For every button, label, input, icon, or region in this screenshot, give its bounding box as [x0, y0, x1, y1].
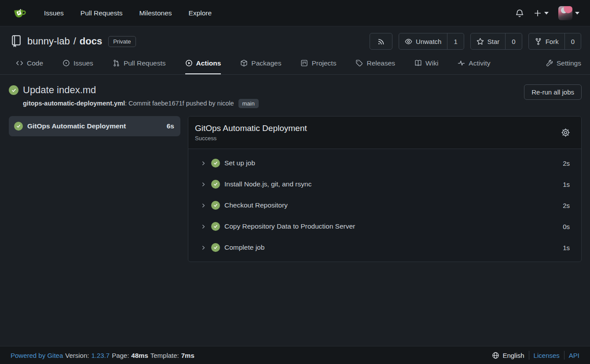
step-row-copy[interactable]: Copy Repository Data to Production Serve… [188, 216, 581, 237]
repo-breadcrumb: bunny-lab / docs [27, 36, 102, 47]
play-circle-icon [185, 59, 193, 67]
powered-by-gitea-link[interactable]: Powered by Gitea [11, 352, 63, 359]
tab-packages[interactable]: Packages [240, 54, 281, 74]
step-name: Checkout Repository [224, 201, 563, 209]
step-name: Install Node.js, git, and rsync [224, 180, 563, 188]
step-row-install[interactable]: Install Node.js, git, and rsync 1s [188, 174, 581, 195]
step-duration: 2s [563, 160, 570, 167]
tab-actions[interactable]: Actions [185, 54, 221, 74]
page-footer: Powered by Gitea Version: 1.23.7 Page: 4… [0, 346, 590, 364]
gitea-logo-icon[interactable] [12, 6, 26, 20]
job-settings-gear-icon[interactable] [561, 128, 570, 137]
fork-button[interactable]: Fork [529, 33, 564, 49]
job-list-item[interactable]: GitOps Automatic Deployment 6s [9, 116, 180, 136]
panel-job-status: Success [195, 135, 561, 142]
branch-badge[interactable]: main [238, 99, 259, 108]
fork-button-group: Fork 0 [528, 33, 581, 50]
step-success-check-icon [211, 222, 220, 231]
tab-code[interactable]: Code [16, 54, 43, 74]
code-icon [16, 59, 23, 67]
globe-icon [492, 352, 499, 359]
chevron-right-icon[interactable] [201, 224, 206, 229]
nav-milestones[interactable]: Milestones [139, 9, 172, 17]
chevron-right-icon[interactable] [201, 203, 206, 208]
repo-name-link[interactable]: docs [80, 36, 102, 47]
repo-path-separator: / [73, 36, 76, 47]
step-duration: 1s [563, 181, 570, 188]
language-label: English [502, 352, 524, 359]
user-avatar[interactable] [558, 6, 572, 20]
version-link[interactable]: 1.23.7 [91, 352, 110, 359]
rss-feed-button[interactable] [370, 33, 392, 50]
star-button[interactable]: Star [471, 33, 506, 49]
chevron-right-icon[interactable] [201, 245, 206, 251]
pulse-icon [458, 59, 465, 67]
tab-settings[interactable]: Settings [546, 54, 581, 74]
job-name: GitOps Automatic Deployment [27, 122, 162, 130]
tag-icon [355, 59, 363, 67]
job-list: GitOps Automatic Deployment 6s [9, 116, 180, 136]
step-duration: 0s [563, 223, 570, 230]
template-time-value: 7ms [181, 352, 194, 359]
tab-releases[interactable]: Releases [355, 54, 395, 74]
git-pull-request-icon [113, 59, 120, 67]
step-name: Set up job [224, 159, 563, 167]
licenses-link[interactable]: Licenses [534, 352, 560, 359]
step-duration: 1s [563, 244, 570, 251]
step-success-check-icon [211, 159, 220, 167]
create-new-plus-icon[interactable] [532, 7, 550, 19]
run-success-check-icon [9, 85, 18, 95]
step-success-check-icon [211, 201, 220, 210]
tools-icon [546, 59, 553, 67]
step-name: Complete job [224, 244, 563, 251]
top-navbar: Issues Pull Requests Milestones Explore [0, 0, 590, 26]
plus-caret-down-icon [544, 12, 549, 15]
repo-owner-link[interactable]: bunny-lab [27, 36, 70, 47]
footer-divider [564, 351, 564, 360]
rerun-all-jobs-button[interactable]: Re-run all jobs [524, 84, 582, 100]
step-row-setup[interactable]: Set up job 2s [188, 153, 581, 174]
panel-job-title: GitOps Automatic Deployment [195, 124, 561, 133]
run-subtitle: gitops-automatic-deployment.yml: Commit … [23, 99, 524, 108]
visibility-badge: Private [108, 36, 136, 47]
tab-wiki[interactable]: Wiki [414, 54, 438, 74]
tab-activity[interactable]: Activity [458, 54, 490, 74]
step-row-checkout[interactable]: Checkout Repository 2s [188, 195, 581, 216]
nav-pull-requests[interactable]: Pull Requests [81, 9, 123, 17]
repo-tab-bar: Code Issues Pull Requests Actions P [0, 54, 590, 75]
avatar-caret-down-icon [575, 12, 579, 15]
language-selector[interactable]: English [492, 352, 524, 359]
nav-explore[interactable]: Explore [189, 9, 212, 17]
tab-pull-requests[interactable]: Pull Requests [113, 54, 166, 74]
chevron-right-icon[interactable] [201, 182, 206, 187]
watchers-count[interactable]: 1 [447, 33, 463, 49]
unwatch-button[interactable]: Unwatch [399, 33, 447, 49]
forks-count[interactable]: 0 [564, 33, 581, 49]
stars-count[interactable]: 0 [505, 33, 521, 49]
footer-divider [529, 351, 529, 360]
version-label: Version: [65, 352, 89, 359]
template-time-label: Template: [150, 352, 179, 359]
git-fork-icon [535, 38, 542, 45]
workflow-file-link[interactable]: gitops-automatic-deployment.yml [23, 100, 125, 107]
notifications-bell-icon[interactable] [513, 7, 526, 19]
tab-issues[interactable]: Issues [62, 54, 93, 74]
page-time-value: 48ms [131, 352, 148, 359]
issue-opened-icon [62, 59, 70, 67]
actions-run-view: Update index.md gitops-automatic-deploym… [0, 75, 590, 346]
user-menu[interactable] [557, 4, 581, 22]
job-duration: 6s [167, 122, 174, 130]
run-title: Update index.md [23, 84, 96, 96]
star-button-group: Star 0 [470, 33, 522, 50]
api-link[interactable]: API [569, 352, 579, 359]
step-row-complete[interactable]: Complete job 1s [188, 237, 581, 258]
step-success-check-icon [211, 180, 220, 189]
watch-button-group: Unwatch 1 [399, 33, 464, 50]
step-name: Copy Repository Data to Production Serve… [224, 222, 563, 230]
rss-icon[interactable] [370, 33, 392, 49]
nav-issues[interactable]: Issues [44, 9, 64, 17]
tab-projects[interactable]: Projects [300, 54, 336, 74]
package-icon [240, 59, 248, 67]
chevron-right-icon[interactable] [201, 160, 206, 166]
step-success-check-icon [211, 243, 220, 252]
